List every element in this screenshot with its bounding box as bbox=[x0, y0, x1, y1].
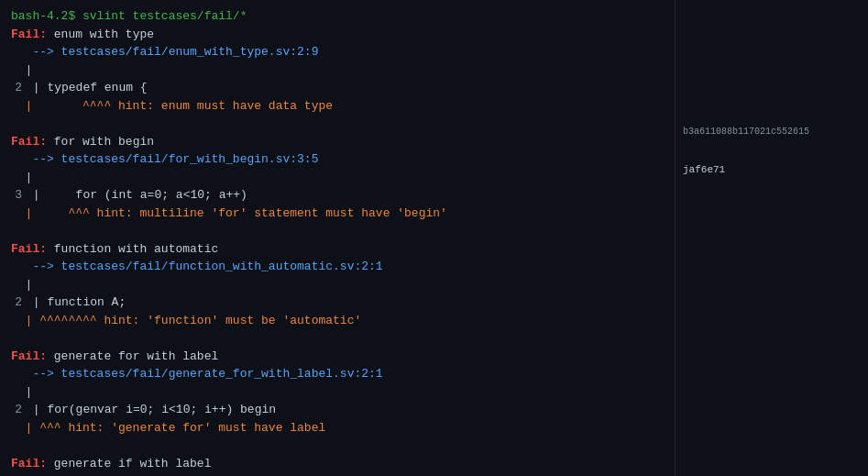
arrow-4: --> testcases/fail/generate_for_with_lab… bbox=[11, 367, 383, 381]
hint-4: | ^^^ hint: 'generate for' must have lab… bbox=[11, 421, 325, 435]
line-2c: 2 | for(genvar i=0; i<10; i++) begin bbox=[11, 403, 276, 416]
fail-1: Fail: bbox=[11, 28, 47, 41]
pipe-3: | bbox=[11, 278, 32, 292]
side-hash: b3a611088b117021c552615 bbox=[683, 127, 861, 137]
fail-1-desc: enum with type bbox=[47, 28, 154, 41]
fail-5: Fail: bbox=[11, 457, 47, 470]
fail-3: Fail: bbox=[11, 242, 47, 256]
hint-3: | ^^^^^^^^ hint: 'function' must be 'aut… bbox=[11, 314, 361, 327]
line-2a: 2 | typedef enum { bbox=[11, 81, 148, 94]
pipe-2: | bbox=[11, 171, 32, 184]
fail-4-desc: generate for with label bbox=[47, 349, 218, 363]
line-3a: 3 | for (int a=0; a<10; a++) bbox=[11, 188, 247, 202]
fail-2: Fail: bbox=[11, 135, 47, 149]
fail-3-desc: function with automatic bbox=[47, 242, 218, 256]
pipe-1: | bbox=[11, 63, 32, 77]
arrow-1: --> testcases/fail/enum_with_type.sv:2:9 bbox=[11, 45, 318, 59]
arrow-3: --> testcases/fail/function_with_automat… bbox=[11, 260, 383, 273]
terminal-window: bash-4.2$ svlint testcases/fail/* Fail: … bbox=[0, 0, 868, 476]
main-terminal-output[interactable]: bash-4.2$ svlint testcases/fail/* Fail: … bbox=[0, 0, 676, 476]
hint-1: | ^^^^ hint: enum must have data type bbox=[11, 99, 333, 113]
side-label: jaf6e71 bbox=[683, 164, 861, 175]
hint-2: | ^^^ hint: multiline 'for' statement mu… bbox=[11, 206, 447, 220]
side-panel: b3a611088b117021c552615 jaf6e71 bbox=[676, 0, 868, 476]
terminal-content-area: bash-4.2$ svlint testcases/fail/* Fail: … bbox=[0, 0, 868, 476]
fail-5-desc: generate if with label bbox=[47, 457, 211, 470]
fail-4: Fail: bbox=[11, 349, 47, 363]
fail-2-desc: for with begin bbox=[47, 135, 154, 149]
line-2b: 2 | function A; bbox=[11, 295, 126, 309]
terminal-text: bash-4.2$ svlint testcases/fail/* Fail: … bbox=[11, 7, 664, 476]
prompt-text: bash-4.2$ svlint testcases/fail/* bbox=[11, 9, 247, 23]
arrow-2: --> testcases/fail/for_with_begin.sv:3:5 bbox=[11, 152, 318, 166]
pipe-4: | bbox=[11, 385, 32, 399]
